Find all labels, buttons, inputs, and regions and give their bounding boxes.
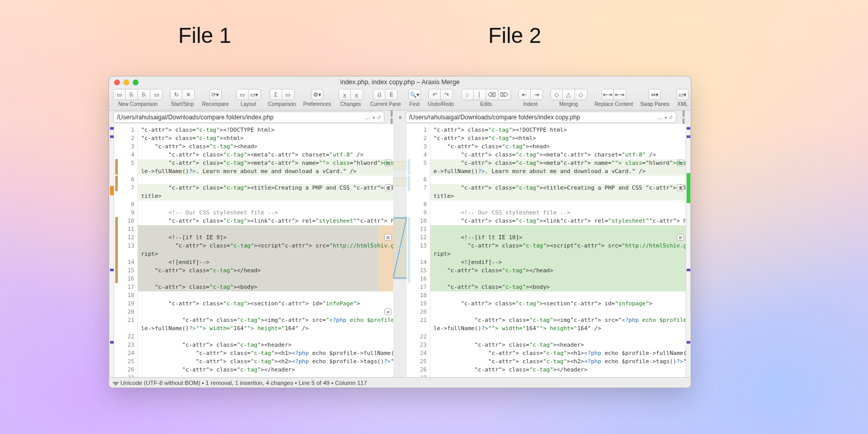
code-line[interactable]: le->fullName()?>""> width="164""> height… [138, 324, 393, 333]
undo-redo-button-0[interactable]: ↶ [428, 89, 441, 100]
find-button-0[interactable]: 🔍▾ [408, 89, 421, 100]
comparison-button-0[interactable]: Σ [270, 89, 282, 100]
history-icon[interactable]: ↺ [377, 115, 381, 120]
left-path-input[interactable]: /Users/rahulsaigal/Downloads/compare fol… [113, 112, 384, 123]
indent-button-0[interactable]: ⇤ [518, 89, 531, 100]
code-line[interactable] [430, 291, 686, 300]
code-line[interactable]: title> [430, 192, 686, 200]
code-line[interactable]: "c-attr"> class="c-tag"><!DOCTYPE html> [430, 126, 686, 134]
code-line[interactable]: "c-attr"> class="c-tag"><link"c-attr"> r… [430, 217, 686, 225]
code-line[interactable]: <!-- Our CSS stylesheet file --> [430, 209, 686, 217]
code-line[interactable]: "c-attr"> class="c-tag"><meta"c-attr"> c… [138, 151, 393, 159]
gutter-right[interactable]: 1234567891011121314151617181920212223242… [412, 124, 430, 377]
code-line[interactable]: "c-attr"> class="c-tag"></header> [430, 366, 686, 374]
code-line[interactable] [138, 176, 393, 184]
current-pane-button-0[interactable]: ⎙ [373, 89, 385, 100]
code-line[interactable] [430, 275, 686, 283]
code-line[interactable] [138, 275, 393, 283]
code-line[interactable] [430, 200, 686, 209]
code-line[interactable]: <!--[if lt IE 10]> [430, 234, 686, 242]
code-line[interactable] [430, 176, 686, 184]
right-path-ellipsis[interactable]: ... [657, 114, 662, 121]
new-comparison-button-0[interactable]: ▭ [113, 89, 126, 100]
code-line[interactable]: ript> [138, 250, 393, 258]
replace-content-button-1[interactable]: ⇤⇥ [614, 89, 626, 100]
code-line[interactable]: <!--[if lt IE 9]> [138, 234, 393, 242]
edits-button-2[interactable]: ⌫ [486, 89, 499, 100]
code-line[interactable]: le->fullName()?>""> width="164""> height… [430, 324, 686, 333]
code-line[interactable] [430, 333, 686, 341]
code-line[interactable]: "c-attr"> class="c-tag"><script"c-attr">… [430, 242, 686, 250]
change-marker-left[interactable] [114, 124, 119, 377]
code-line[interactable] [138, 291, 393, 300]
code-line[interactable]: "c-attr"> class="c-tag"></header> [138, 366, 393, 374]
new-comparison-button-1[interactable]: ⎘ [126, 89, 138, 100]
code-line[interactable]: "c-attr"> class="c-tag"><img"c-attr"> sr… [138, 316, 393, 324]
code-line[interactable]: ript> [430, 250, 686, 258]
code-line[interactable] [430, 308, 686, 316]
code-line[interactable]: "c-attr"> class="c-tag"><img"c-attr"> sr… [430, 316, 686, 324]
code-line[interactable]: title> [138, 192, 393, 200]
code-line[interactable]: <![endif]--> [138, 258, 393, 267]
code-line[interactable]: "c-attr"> class="c-tag"><!DOCTYPE html> [138, 126, 393, 134]
code-line[interactable]: "c-attr"> class="c-tag"><h2><?php echo $… [430, 358, 686, 366]
edits-button-3[interactable]: ⌦ [499, 89, 511, 100]
code-line[interactable]: "c-attr"> class="c-tag"></head> [138, 267, 393, 275]
start-stop-button-0[interactable]: ↻ [170, 89, 182, 100]
code-line[interactable]: "c-attr"> class="c-tag"><title>Creating … [430, 184, 686, 192]
chevron-down-icon[interactable]: ▾ [664, 115, 667, 120]
code-line[interactable]: "c-attr"> class="c-tag"><html> [430, 134, 686, 143]
start-stop-button-1[interactable]: ✕ [182, 89, 195, 100]
code-line[interactable]: <!-- Our CSS stylesheet file --> [138, 209, 393, 217]
edits-button-0[interactable]: ⎀ [461, 89, 474, 100]
code-line[interactable]: "c-attr"> class="c-tag"><h1><?php echo $… [138, 349, 393, 358]
changes-button-0[interactable]: ⨱ [338, 89, 351, 100]
change-marker-right[interactable] [407, 124, 412, 377]
layout-button-1[interactable]: ▭▾ [249, 89, 261, 100]
code-line[interactable] [138, 333, 393, 341]
code-left[interactable]: "c-attr"> class="c-tag"><!DOCTYPE html>"… [138, 124, 393, 377]
xml-button-0[interactable]: ▭▾ [676, 89, 689, 100]
merging-button-2[interactable]: ◇ [575, 89, 587, 100]
code-line[interactable]: "c-attr"> class="c-tag"><h2><?php echo $… [138, 358, 393, 366]
undo-redo-button-1[interactable]: ↷ [441, 89, 453, 100]
code-line[interactable]: "c-attr"> class="c-tag"><html> [138, 134, 393, 143]
code-line[interactable]: "c-attr"> class="c-tag"><body> [430, 283, 686, 291]
code-line[interactable]: <![endif]--> [430, 258, 686, 267]
code-right[interactable]: "c-attr"> class="c-tag"><!DOCTYPE html>"… [430, 124, 686, 377]
code-line[interactable]: "c-attr"> class="c-tag"><meta"c-attr"> n… [430, 159, 686, 167]
merging-button-0[interactable]: ◇ [550, 89, 563, 100]
link-handle[interactable] [389, 111, 395, 125]
code-line[interactable]: "c-attr"> class="c-tag"><head> [138, 143, 393, 151]
history-icon[interactable]: ↺ [669, 115, 673, 120]
code-line[interactable]: "c-attr"> class="c-tag"><title>Creating … [138, 184, 393, 192]
code-line[interactable]: "c-attr"> class="c-tag"><h1><?php echo $… [430, 349, 686, 358]
new-comparison-button-3[interactable]: ▭ [150, 89, 163, 100]
code-line[interactable]: "c-attr"> class="c-tag"><link"c-attr"> r… [138, 217, 393, 225]
code-line[interactable] [138, 308, 393, 316]
overview-strip-right-outer[interactable] [686, 124, 691, 377]
current-pane-button-1[interactable]: É [385, 89, 398, 100]
layout-button-0[interactable]: ▭ [236, 89, 249, 100]
code-line[interactable]: "c-attr"> class="c-tag"><meta"c-attr"> c… [430, 151, 686, 159]
replace-content-button-0[interactable]: ⇤⇥ [601, 89, 614, 100]
code-line[interactable]: "c-attr"> class="c-tag"><head> [430, 143, 686, 151]
changes-button-1[interactable]: ⨱ [351, 89, 363, 100]
new-comparison-button-2[interactable]: ⎘ [138, 89, 150, 100]
chevron-down-icon[interactable]: ▾ [373, 115, 375, 120]
preferences-button-0[interactable]: ⚙▾ [311, 89, 323, 100]
code-line[interactable]: "c-attr"> class="c-tag"><body> [138, 283, 393, 291]
right-path-input[interactable]: /Users/rahulsaigal/Downloads/compare fol… [406, 112, 677, 123]
merging-button-1[interactable]: △ [563, 89, 575, 100]
link-handle[interactable] [680, 111, 687, 125]
code-line[interactable]: "c-attr"> class="c-tag"><meta"c-attr"> n… [138, 159, 393, 167]
edits-button-1[interactable]: │ [474, 89, 486, 100]
code-line[interactable]: "c-attr"> class="c-tag"><header> [430, 341, 686, 349]
code-line[interactable]: e->fullName()?>. Learn more about me and… [430, 167, 686, 176]
center-connector[interactable] [393, 124, 407, 377]
code-line[interactable] [138, 200, 393, 209]
code-line[interactable] [138, 225, 393, 234]
code-line[interactable]: "c-attr"> class="c-tag"><section"c-attr"… [430, 300, 686, 308]
disclosure-icon[interactable] [112, 382, 119, 386]
code-line[interactable]: "c-attr"> class="c-tag"><header> [138, 341, 393, 349]
